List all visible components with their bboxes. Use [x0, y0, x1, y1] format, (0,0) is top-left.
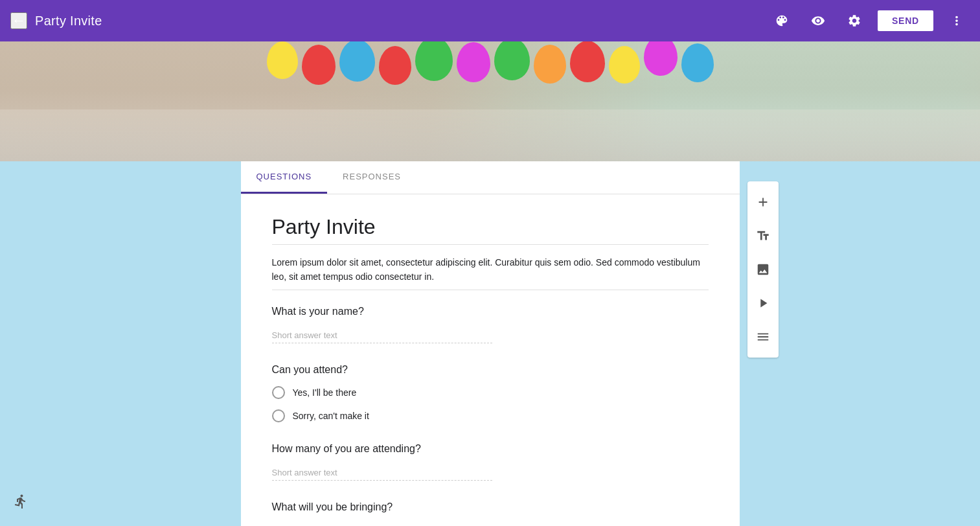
- more-options-button[interactable]: [944, 8, 970, 34]
- question-3-input[interactable]: [272, 465, 492, 481]
- add-image-button[interactable]: [747, 254, 779, 285]
- question-1-block: What is your name?: [272, 306, 709, 343]
- settings-button[interactable]: [841, 8, 867, 34]
- question-3-label: How many of you are attending?: [272, 443, 709, 455]
- add-section-button[interactable]: [747, 321, 779, 352]
- radio-label-1: Yes, I'll be there: [293, 387, 357, 398]
- question-4-input[interactable]: [272, 523, 492, 526]
- palette-button[interactable]: [769, 8, 795, 34]
- tab-responses[interactable]: RESPONSES: [327, 161, 416, 194]
- description-divider: [272, 290, 709, 290]
- question-4-label: What will you be bringing?: [272, 501, 709, 513]
- question-1-input[interactable]: [272, 328, 492, 343]
- top-bar-right: SEND: [769, 8, 970, 34]
- form-panel: QUESTIONS RESPONSES Party Invite Lorem i…: [241, 161, 740, 526]
- main-content: QUESTIONS RESPONSES Party Invite Lorem i…: [0, 161, 980, 526]
- radio-option-1[interactable]: Yes, I'll be there: [272, 386, 709, 399]
- hero-background: [0, 41, 980, 161]
- radio-option-2[interactable]: Sorry, can't make it: [272, 409, 709, 422]
- app-title: Party Invite: [35, 14, 102, 29]
- send-button[interactable]: SEND: [878, 10, 933, 31]
- question-4-block: What will you be bringing?: [272, 501, 709, 526]
- radio-circle-1: [272, 386, 285, 399]
- question-3-block: How many of you are attending?: [272, 443, 709, 481]
- top-bar-left: ← Party Invite: [10, 12, 769, 29]
- question-2-block: Can you attend? Yes, I'll be there Sorry…: [272, 364, 709, 422]
- hero-area: [0, 41, 980, 161]
- title-divider: [272, 244, 709, 245]
- form-description: Lorem ipsum dolor sit amet, consectetur …: [272, 255, 709, 284]
- radio-circle-2: [272, 409, 285, 422]
- back-button[interactable]: ←: [10, 12, 27, 29]
- add-title-button[interactable]: [747, 220, 779, 251]
- question-1-label: What is your name?: [272, 306, 709, 317]
- add-video-button[interactable]: [747, 288, 779, 319]
- accessibility-icon: [13, 494, 28, 513]
- tabs-bar: QUESTIONS RESPONSES: [241, 161, 740, 194]
- form-content: Party Invite Lorem ipsum dolor sit amet,…: [241, 194, 740, 526]
- radio-label-2: Sorry, can't make it: [293, 411, 369, 421]
- add-element-button[interactable]: [747, 187, 779, 218]
- preview-button[interactable]: [805, 8, 831, 34]
- right-sidebar: [747, 181, 779, 358]
- tab-questions[interactable]: QUESTIONS: [241, 161, 328, 194]
- question-2-label: Can you attend?: [272, 364, 709, 376]
- form-title: Party Invite: [272, 215, 709, 239]
- top-bar: ← Party Invite SEND: [0, 0, 980, 41]
